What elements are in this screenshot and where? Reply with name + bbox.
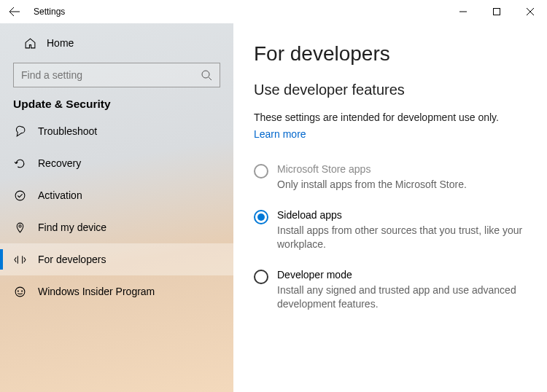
radio-developer-mode[interactable]: Developer mode Install any signed and tr… [254, 264, 529, 324]
learn-more-link[interactable]: Learn more [254, 128, 306, 140]
sidebar: Home Update & Security Troubleshoot [0, 23, 233, 392]
svg-point-3 [18, 224, 20, 227]
svg-point-4 [15, 287, 25, 297]
page-heading: For developers [254, 42, 529, 66]
radio-description: Only install apps from the Microsoft Sto… [277, 178, 467, 192]
radio-sideload-apps[interactable]: Sideload apps Install apps from other so… [254, 205, 529, 264]
sidebar-item-label: Activation [38, 189, 82, 201]
sidebar-item-label: Recovery [38, 157, 81, 169]
sidebar-nav: Troubleshoot Recovery Activation Find my… [0, 115, 233, 307]
developer-features-radio-group: Microsoft Store apps Only install apps f… [254, 159, 529, 324]
svg-point-5 [17, 290, 18, 291]
sidebar-item-insider[interactable]: Windows Insider Program [0, 275, 233, 307]
minimize-button[interactable] [446, 0, 480, 23]
activation-icon [13, 189, 26, 202]
find-my-device-icon [13, 221, 26, 234]
close-button[interactable] [513, 0, 547, 23]
radio-label: Microsoft Store apps [277, 163, 467, 175]
window-title: Settings [34, 7, 65, 17]
search-icon [201, 69, 212, 81]
svg-rect-0 [494, 9, 500, 15]
search-input[interactable] [21, 69, 201, 81]
sidebar-item-find-my-device[interactable]: Find my device [0, 211, 233, 243]
radio-description: Install apps from other sources that you… [277, 224, 529, 251]
sidebar-item-for-developers[interactable]: For developers [0, 243, 233, 275]
radio-icon [254, 270, 268, 284]
radio-label: Sideload apps [277, 209, 529, 221]
troubleshoot-icon [13, 125, 26, 138]
svg-point-6 [21, 290, 23, 291]
sidebar-category: Update & Security [0, 98, 233, 114]
back-button[interactable] [0, 0, 29, 23]
sidebar-item-recovery[interactable]: Recovery [0, 147, 233, 179]
search-input-wrap[interactable] [13, 63, 220, 87]
sidebar-home-label: Home [47, 37, 74, 49]
title-bar: Settings [0, 0, 547, 23]
sidebar-item-activation[interactable]: Activation [0, 179, 233, 211]
content: For developers Use developer features Th… [233, 23, 547, 392]
svg-point-2 [15, 191, 25, 200]
radio-label: Developer mode [277, 269, 529, 281]
sidebar-item-label: Windows Insider Program [38, 286, 155, 297]
page-description: These settings are intended for developm… [254, 111, 529, 123]
recovery-icon [13, 157, 26, 170]
maximize-icon [493, 8, 500, 15]
radio-description: Install any signed and trusted app and u… [277, 283, 529, 311]
sidebar-item-troubleshoot[interactable]: Troubleshoot [0, 115, 233, 147]
home-icon [23, 36, 36, 50]
sidebar-item-label: Find my device [38, 222, 106, 233]
sidebar-home[interactable]: Home [0, 29, 233, 57]
for-developers-icon [13, 253, 26, 266]
radio-icon [254, 164, 268, 179]
back-arrow-icon [9, 6, 20, 17]
sidebar-item-label: For developers [38, 254, 106, 265]
close-icon [527, 8, 534, 15]
sidebar-item-label: Troubleshoot [38, 125, 97, 137]
radio-microsoft-store-apps: Microsoft Store apps Only install apps f… [254, 159, 529, 205]
insider-icon [13, 285, 26, 298]
svg-point-1 [202, 71, 209, 78]
radio-icon [254, 210, 268, 224]
minimize-icon [459, 8, 467, 15]
page-subheading: Use developer features [254, 82, 529, 98]
maximize-button[interactable] [480, 0, 513, 23]
